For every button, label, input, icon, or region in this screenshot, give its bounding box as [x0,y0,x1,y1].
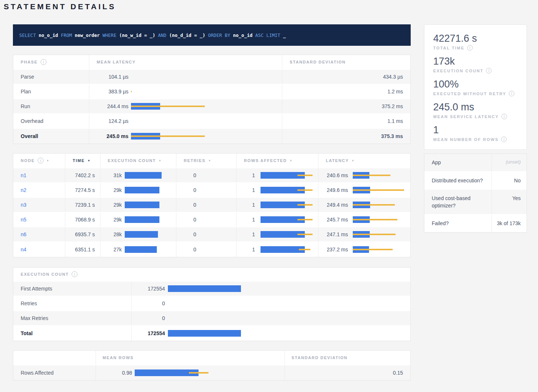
detail-label: Distributed execution? [424,172,492,189]
node-time-value: 7068.9 s [65,213,100,227]
info-icon[interactable]: i [467,45,473,51]
node-exec-count-cell: 28k [100,227,176,241]
info-icon[interactable]: i [38,158,44,164]
latency-bar [353,246,395,253]
node-rows-affected-cell: 1 [236,168,318,182]
table-row: Plan 383.9 µs 1.2 ms [13,85,410,99]
count-bar [168,300,252,307]
table-row: Total 172554 [13,326,410,341]
rows-affected-header-label: ROWS AFFECTED [244,158,287,163]
std-dev-column-header: STANDARD DEVIATION [284,351,410,365]
mean-latency-value: 124.2 µs [97,118,128,124]
stat-total-time: 42271.6 s TOTAL TIME i [433,33,518,51]
info-icon[interactable]: i [501,114,507,119]
stat-mean-service-latency: 245.0 ms MEAN SERVICE LATENCY i [433,102,518,119]
rows-affected-table: MEAN ROWS STANDARD DEVIATION Rows Affect… [13,350,411,381]
info-icon[interactable]: i [41,59,46,65]
stat-label-text: MEAN SERVICE LATENCY [433,114,499,119]
mean-latency-cell: 104.1 µs [89,70,282,84]
node-link[interactable]: n2 [21,187,27,193]
row-label: First Attempts [13,282,131,296]
info-icon[interactable]: i [509,91,514,96]
exec-count-value: 29k [100,202,122,208]
stat-value: 42271.6 s [433,33,518,44]
latency-header-label: LATENCY [326,158,349,163]
latency-value: 249.4 ms [318,202,348,208]
mean-latency-column-header: MEAN LATENCY [89,55,282,69]
mean-latency-cell: 383.9 µs [89,85,282,99]
row-label: Retries [13,296,131,310]
node-link[interactable]: n1 [21,172,27,178]
table-row: Overall 245.0 ms 375.3 ms [13,129,410,144]
exec-count-bar [125,172,161,179]
rows-affected-bar [261,202,313,208]
latency-bar [353,172,395,179]
std-dev-header-label: STANDARD DEVIATION [292,355,348,360]
phase-latency-table: PHASE i MEAN LATENCY STANDARD DEVIATION … [13,55,411,144]
mean-latency-value: 104.1 µs [97,74,128,80]
node-link[interactable]: n3 [21,202,27,208]
node-latency-cell: 240.6 ms [318,168,410,182]
mean-latency-header-label: MEAN LATENCY [97,60,136,64]
node-link[interactable]: n5 [21,217,27,223]
node-table-header-row: NODE i ▼ TIME ▼ EXECUTION COUNT ▼ RETRIE… [13,154,410,168]
sql-token: (no_w_id = _) [119,32,155,38]
latency-column-header[interactable]: LATENCY ▼ [318,154,410,168]
sort-descending-icon[interactable]: ▼ [87,159,90,162]
sort-descending-icon[interactable]: ▼ [158,159,161,162]
latency-bar [353,216,395,223]
row-label: Max Retries [13,311,131,325]
stat-value: 173k [433,56,518,67]
sort-descending-icon[interactable]: ▼ [208,159,211,162]
info-icon[interactable]: i [72,271,77,277]
node-latency-cell: 249.6 ms [318,183,410,197]
exec-count-value: 29k [100,187,122,193]
node-row: n6 6935.7 s 28k 0 1 247.1 ms [13,227,410,242]
node-time-value: 6935.7 s [65,227,100,241]
info-icon[interactable]: i [501,137,507,142]
summary-stats-card: 42271.6 s TOTAL TIME i 173k EXECUTION CO… [424,24,527,150]
count-cell: 0 [131,311,410,325]
info-icon[interactable]: i [486,68,492,73]
rows-affected-value: 1 [237,187,255,193]
sort-descending-icon[interactable]: ▼ [289,159,292,162]
rows-affected-header-row: MEAN ROWS STANDARD DEVIATION [13,351,410,365]
rows-affected-value: 1 [237,172,255,178]
retries-column-header[interactable]: RETRIES ▼ [176,154,236,168]
mean-rows-value: 0.98 [103,370,132,376]
time-column-header[interactable]: TIME ▼ [65,154,100,168]
stat-execution-count: 173k EXECUTION COUNT i [433,56,518,73]
sql-token: SELECT [19,32,39,38]
retries-value: 0 [176,183,236,197]
phase-label: Parse [13,70,89,84]
rows-affected-column-header[interactable]: ROWS AFFECTED ▼ [236,154,318,168]
std-dev-value: 434.3 µs [282,70,410,84]
node-link[interactable]: n6 [21,231,27,237]
sort-descending-icon[interactable]: ▼ [46,159,49,162]
node-link[interactable]: n4 [21,247,27,252]
sort-descending-icon[interactable]: ▼ [351,159,354,162]
std-dev-value: 375.3 ms [282,129,410,144]
std-dev-value: 1.1 ms [282,114,410,128]
stat-label: MEAN SERVICE LATENCY i [433,114,518,119]
exec-count-bar [125,202,161,208]
node-header-label: NODE [21,158,35,163]
table-row: Rows Affected 0.98 0.15 [13,365,410,380]
node-statistics-table: NODE i ▼ TIME ▼ EXECUTION COUNT ▼ RETRIE… [13,153,411,257]
retries-value: 0 [176,198,236,212]
detail-row-distributed-execution: Distributed execution? No [424,172,527,190]
mean-rows-cell: 0.98 [96,365,284,380]
execution-count-column-header[interactable]: EXECUTION COUNT ▼ [100,154,176,168]
stat-label: TOTAL TIME i [433,45,518,51]
sql-token: no_o_id [39,32,58,38]
stat-label-text: MEAN NUMBER OF ROWS [433,137,499,142]
node-column-header[interactable]: NODE i ▼ [13,154,65,168]
row-label: Rows Affected [13,365,96,380]
detail-value: 3k of 173k [492,215,527,232]
phase-label: Overhead [13,114,89,128]
mean-latency-value: 244.4 ms [97,103,128,109]
exec-count-value: 28k [100,231,122,237]
latency-bar [353,231,395,238]
node-exec-count-cell: 29k [100,183,176,197]
std-dev-value: 1.2 ms [282,85,410,99]
